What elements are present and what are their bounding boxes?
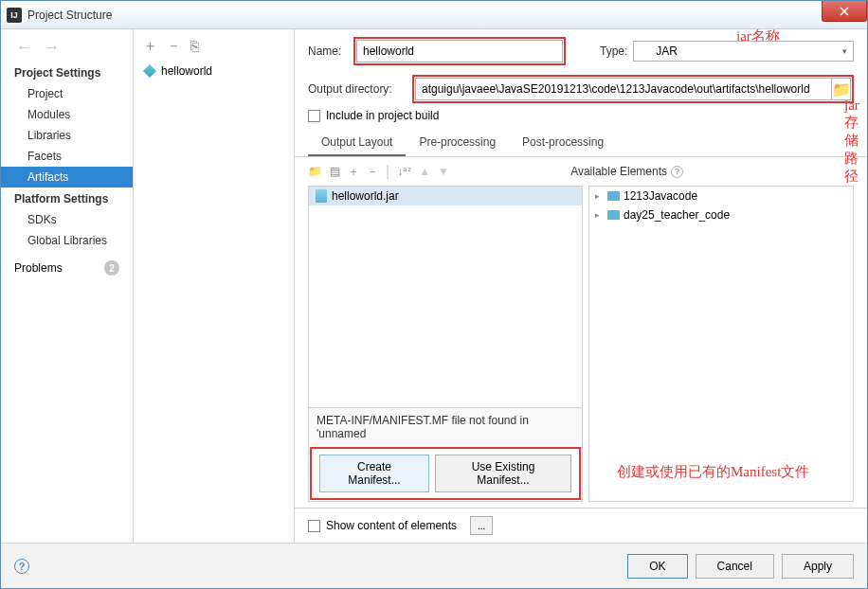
name-label: Name: [308,45,348,58]
output-label: Output directory: [308,82,408,96]
help-icon[interactable]: ? [671,166,683,178]
section-project-settings: Project Settings [1,62,133,83]
create-manifest-button[interactable]: Create Manifest... [319,455,429,492]
settings-sidebar: ← → Project Settings Project Modules Lib… [1,29,134,543]
layout-area: 📁 ▤ ＋ － | ↓ᵃᶻ ▲ ▼ Available Elements ? [295,157,867,508]
available-item-1213javacode[interactable]: ▸ 1213Javacode [589,187,853,205]
back-arrow-icon[interactable]: ← [16,39,31,56]
sidebar-item-problems[interactable]: Problems 2 [1,251,133,279]
apply-button[interactable]: Apply [782,554,854,579]
problems-count-badge: 2 [104,260,119,276]
module-folder-icon [606,189,620,203]
chevron-down-icon: ▾ [842,46,847,56]
annotation-manifest: 创建或使用已有的Manifest文件 [617,463,809,481]
problems-label: Problems [14,261,63,275]
content-area: Name: jar名称 Type: JAR ▾ Output directory… [295,29,867,543]
expand-icon[interactable]: ▸ [595,191,605,201]
ok-button[interactable]: OK [627,554,687,579]
show-content-label: Show content of elements [326,519,457,532]
tab-output-layout[interactable]: Output Layout [308,130,406,156]
output-row: Output directory: 📁 [295,69,867,107]
use-existing-manifest-button[interactable]: Use Existing Manifest... [435,455,571,492]
forward-arrow-icon[interactable]: → [45,39,60,56]
include-label: Include in project build [326,109,439,122]
name-row: Name: jar名称 Type: JAR ▾ [295,29,867,69]
sidebar-item-modules[interactable]: Modules [1,104,133,125]
include-row: Include in project build [295,107,867,130]
sort-icon[interactable]: ↓ᵃᶻ [397,165,411,178]
main: ← → Project Settings Project Modules Lib… [1,29,867,543]
name-input[interactable] [356,40,563,62]
artifact-icon [143,64,156,78]
layout-toolbar: 📁 ▤ ＋ － | ↓ᵃᶻ ▲ ▼ Available Elements ? [295,157,867,186]
jar-file-label: helloworld.jar [332,189,399,203]
titlebar: IJ Project Structure [1,1,867,29]
help-button[interactable]: ? [14,559,29,574]
expand-icon[interactable]: ▸ [595,210,605,220]
artifact-label: helloworld [161,64,212,78]
app-icon: IJ [7,8,22,23]
layout-panels: helloworld.jar META-INF/MANIFEST.MF file… [295,186,867,508]
artifacts-sidebar: ＋ － ⎘ helloworld [134,29,295,543]
footer: ? OK Cancel Apply [1,543,867,588]
jar-type-icon [640,45,651,57]
type-label: Type: [600,45,627,58]
available-elements-panel: ▸ 1213Javacode ▸ day25_teacher_code [588,186,854,502]
create-archive-icon[interactable]: ▤ [330,165,340,178]
add-icon[interactable]: ＋ [143,37,157,55]
show-content-checkbox[interactable] [308,520,320,532]
copy-icon[interactable]: ⎘ [190,38,199,54]
show-content-options-button[interactable]: ... [470,516,493,535]
window: IJ Project Structure ← → Project Setting… [0,0,868,589]
nav-arrows: ← → [1,33,133,62]
available-item-label: day25_teacher_code [624,208,730,222]
tab-post-processing[interactable]: Post-processing [509,130,617,156]
jar-file-icon [315,189,328,203]
artifacts-toolbar: ＋ － ⎘ [134,29,294,61]
body: ← → Project Settings Project Modules Lib… [1,29,867,588]
output-input-highlight: 📁 [412,75,854,103]
sidebar-item-sdks[interactable]: SDKs [1,209,133,230]
close-icon [840,7,849,16]
sidebar-item-libraries[interactable]: Libraries [1,125,133,146]
annotation-storage-path: jar存储路径 [844,98,867,186]
sidebar-item-facets[interactable]: Facets [1,146,133,167]
tabs: Output Layout Pre-processing Post-proces… [295,130,867,157]
manifest-not-found-text: META-INF/MANIFEST.MF file not found in '… [309,408,582,446]
section-platform-settings: Platform Settings [1,187,133,209]
cancel-button[interactable]: Cancel [696,554,774,579]
move-up-icon[interactable]: ▲ [419,165,430,178]
separator: | [386,163,389,180]
module-folder-icon [606,208,620,222]
remove-icon[interactable]: － [167,37,181,55]
add-copy-icon[interactable]: ＋ [348,164,359,180]
move-down-icon[interactable]: ▼ [438,165,449,178]
available-item-day25[interactable]: ▸ day25_teacher_code [589,205,853,224]
name-input-highlight [353,37,566,65]
available-item-label: 1213Javacode [624,189,697,203]
output-input[interactable] [415,78,832,100]
sidebar-item-artifacts[interactable]: Artifacts [1,167,133,187]
close-button[interactable] [822,1,867,22]
panel-footer: META-INF/MANIFEST.MF file not found in '… [309,407,582,501]
tree-item-jar[interactable]: helloworld.jar [309,187,582,205]
include-checkbox[interactable] [308,110,320,122]
output-tree-panel: helloworld.jar META-INF/MANIFEST.MF file… [308,186,583,502]
type-value: JAR [656,45,678,58]
artifact-item-helloworld[interactable]: helloworld [134,61,294,81]
available-elements-label: Available Elements ? [570,165,683,178]
type-select[interactable]: JAR ▾ [633,41,854,62]
manifest-buttons-highlight: Create Manifest... Use Existing Manifest… [310,447,581,500]
tab-pre-processing[interactable]: Pre-processing [406,130,509,156]
remove-item-icon[interactable]: － [367,164,378,180]
show-content-row: Show content of elements ... [295,508,867,543]
window-title: Project Structure [27,9,112,22]
sidebar-item-project[interactable]: Project [1,83,133,104]
sidebar-item-global-libraries[interactable]: Global Libraries [1,230,133,251]
create-dir-icon[interactable]: 📁 [308,165,322,178]
